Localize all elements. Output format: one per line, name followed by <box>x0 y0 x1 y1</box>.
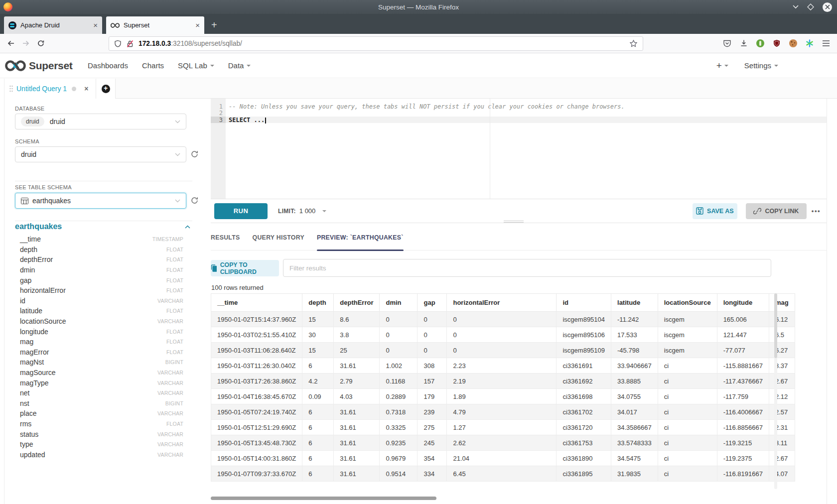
hamburger-menu-icon[interactable] <box>822 40 830 47</box>
results-pane: RESULTS QUERY HISTORY PREVIEW: `EARTHQUA… <box>211 223 827 504</box>
more-options-icon[interactable]: ••• <box>812 207 821 215</box>
table-cell: ci <box>658 435 717 451</box>
back-icon[interactable] <box>7 39 15 47</box>
schema-column-row[interactable]: typeVARCHAR <box>15 439 195 450</box>
schema-column-row[interactable]: updatedVARCHAR <box>15 449 195 460</box>
column-name: rms <box>20 420 31 428</box>
refresh-schema-icon[interactable] <box>190 150 199 159</box>
filter-results-input[interactable] <box>283 259 771 277</box>
schema-column-row[interactable]: magSourceVARCHAR <box>15 368 195 378</box>
window-maximize-icon[interactable] <box>807 3 814 10</box>
window-minimize-icon[interactable] <box>793 5 799 9</box>
save-as-button[interactable]: SAVE AS <box>693 203 737 219</box>
query-tab-close-icon[interactable]: × <box>84 85 88 93</box>
ublock-shield-icon[interactable] <box>773 39 781 47</box>
column-type: VARCHAR <box>157 380 183 386</box>
extension-green-icon[interactable] <box>756 39 764 47</box>
nav-data[interactable]: Data <box>228 61 251 70</box>
forward-icon[interactable] <box>22 39 30 47</box>
table-header-cell[interactable]: __time <box>211 294 302 312</box>
column-type: BIGINT <box>165 359 183 365</box>
url-bar[interactable]: 172.18.0.3:32108/superset/sqllab/ <box>109 36 643 51</box>
browser-tab-superset[interactable]: Superset × <box>106 16 204 34</box>
tab-query-history[interactable]: QUERY HISTORY <box>253 223 304 250</box>
browser-tab-apache-druid[interactable]: Apache Druid × <box>4 16 102 34</box>
schema-column-row[interactable]: latitudeFLOAT <box>15 306 195 316</box>
table-header-cell[interactable]: gap <box>418 294 447 312</box>
tab-preview-earthquakes[interactable]: PREVIEW: `EARTHQUAKES` <box>317 223 404 250</box>
table-header-cell[interactable]: depth <box>302 294 334 312</box>
column-type: VARCHAR <box>157 452 183 458</box>
window-close-icon[interactable] <box>823 2 832 12</box>
limit-dropdown[interactable]: LIMIT: 1 000 <box>278 207 326 215</box>
copy-to-clipboard-button[interactable]: COPY TO CLIPBOARD <box>211 260 279 276</box>
schema-column-row[interactable]: nstBIGINT <box>15 398 195 409</box>
schema-column-row[interactable]: horizontalErrorFLOAT <box>15 285 195 296</box>
copy-link-button[interactable]: COPY LINK <box>746 203 807 219</box>
schema-column-row[interactable]: dminFLOAT <box>15 265 195 275</box>
table-header-cell[interactable]: longitude <box>717 294 769 312</box>
schema-column-row[interactable]: depthErrorFLOAT <box>15 254 195 265</box>
table-header-cell[interactable]: id <box>557 294 611 312</box>
schema-column-row[interactable]: depthFLOAT <box>15 245 195 255</box>
table-horizontal-scrollbar[interactable] <box>211 497 772 500</box>
database-select[interactable]: druid druid <box>15 114 186 129</box>
tab-results[interactable]: RESULTS <box>211 223 240 250</box>
table-header-cell[interactable]: latitude <box>611 294 658 312</box>
nav-sql-lab[interactable]: SQL Lab <box>178 61 214 70</box>
run-button[interactable]: RUN <box>214 203 268 219</box>
table-cell: 34.5475 <box>611 451 658 466</box>
schema-column-row[interactable]: magTypeVARCHAR <box>15 378 195 388</box>
table-cell: 2.12 <box>769 389 795 404</box>
schema-column-row[interactable]: placeVARCHAR <box>15 408 195 419</box>
column-name: locationSource <box>20 317 66 325</box>
pocket-icon[interactable] <box>723 39 731 47</box>
schema-column-row[interactable]: longitudeFLOAT <box>15 326 195 337</box>
superset-logo[interactable]: Superset <box>5 60 74 72</box>
table-header-cell[interactable]: locationSource <box>658 294 717 312</box>
reload-icon[interactable] <box>37 39 45 47</box>
schema-column-row[interactable]: statusVARCHAR <box>15 429 195 439</box>
nav-charts[interactable]: Charts <box>142 61 164 70</box>
new-tab-button[interactable]: + <box>211 20 217 30</box>
schema-column-row[interactable]: magFLOAT <box>15 337 195 347</box>
table-header-cell[interactable]: horizontalError <box>447 294 557 312</box>
table-schema-select[interactable]: earthquakes <box>15 193 186 209</box>
schema-column-row[interactable]: __timeTIMESTAMP <box>15 234 195 245</box>
chevron-up-icon[interactable] <box>185 225 190 229</box>
table-header-cell[interactable]: depthError <box>334 294 380 312</box>
browser-toolbar: 172.18.0.3:32108/superset/sqllab/ <box>0 34 837 53</box>
insecure-lock-icon[interactable] <box>126 40 134 48</box>
refresh-table-icon[interactable] <box>190 196 199 205</box>
table-vertical-scrollbar[interactable] <box>774 293 777 489</box>
new-item-button[interactable]: + <box>716 60 728 71</box>
schema-column-row[interactable]: netVARCHAR <box>15 388 195 398</box>
url-path: :32108/superset/sqllab/ <box>171 40 242 47</box>
download-icon[interactable] <box>740 39 748 47</box>
table-row: 1950-01-05T07:24:19.740Z631.610.73182394… <box>211 404 795 420</box>
settings-menu[interactable]: Settings <box>744 61 778 70</box>
add-query-tab-button[interactable]: + <box>96 79 116 99</box>
schema-column-row[interactable]: magErrorFLOAT <box>15 347 195 358</box>
nav-dashboards[interactable]: Dashboards <box>88 61 128 70</box>
sql-editor[interactable]: 123 -- Note: Unless you save your query,… <box>211 99 827 199</box>
tab-close-icon[interactable]: × <box>93 21 98 29</box>
schema-column-row[interactable]: idVARCHAR <box>15 296 195 306</box>
extension-asterisk-icon[interactable] <box>806 39 814 47</box>
cookie-extension-icon[interactable] <box>789 39 797 47</box>
table-header-cell[interactable]: dmin <box>380 294 418 312</box>
shield-icon[interactable] <box>114 40 122 48</box>
tab-close-icon[interactable]: × <box>195 21 200 29</box>
editor-code[interactable]: -- Note: Unless you save your query, the… <box>226 99 827 199</box>
schema-select[interactable]: druid <box>15 146 186 162</box>
schema-column-row[interactable]: gapFLOAT <box>15 275 195 285</box>
bookmark-star-icon[interactable] <box>629 39 638 48</box>
schema-column-row[interactable]: rmsFLOAT <box>15 419 195 429</box>
column-type: VARCHAR <box>157 318 183 324</box>
schema-column-row[interactable]: magNstBIGINT <box>15 357 195 368</box>
table-header-cell[interactable]: mag <box>769 294 795 312</box>
table-schema-header[interactable]: earthquakes <box>15 222 194 231</box>
table-cell: iscgem895109 <box>557 343 611 358</box>
query-tab-untitled[interactable]: Untitled Query 1 × <box>4 79 96 99</box>
schema-column-row[interactable]: locationSourceVARCHAR <box>15 316 195 327</box>
